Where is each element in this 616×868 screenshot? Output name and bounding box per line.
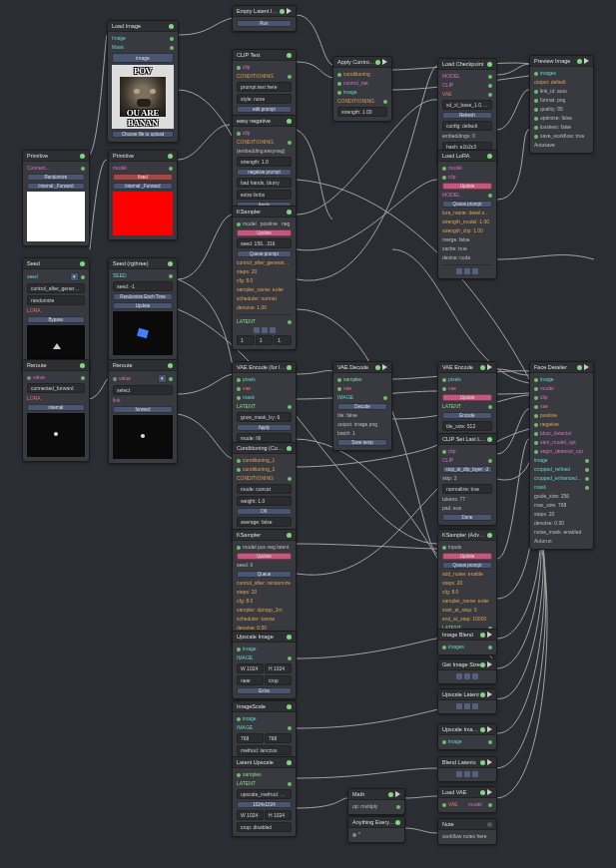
node-header[interactable]: Seed (rgthree) <box>109 258 177 269</box>
node-header[interactable]: Image Blend <box>438 630 496 641</box>
status-dot <box>169 24 174 29</box>
node-apply-controlnet[interactable]: Apply ControlNet conditioning control_ne… <box>332 56 392 122</box>
node-header[interactable]: Reroute <box>109 360 177 371</box>
node-header[interactable]: Blend Latents <box>438 757 496 768</box>
node-primitive-1[interactable]: Primitive Connect... Randomize Internal … <box>22 150 90 246</box>
node-anything[interactable]: Anything Everywhere * <box>347 816 405 843</box>
node-header[interactable]: Conditioning (Combine) <box>233 443 296 454</box>
node-header[interactable]: KSampler <box>233 530 296 541</box>
node-ksampler-2[interactable]: KSampler model pos neg latent Update see… <box>232 529 297 646</box>
node-header[interactable]: Reroute <box>23 360 89 371</box>
node-sblend[interactable]: Blend Latents <box>437 756 497 782</box>
node-load-image[interactable]: Load Image Image Mask image POV OU ARE B… <box>107 20 179 143</box>
node-seed-1[interactable]: Seed seed▾ control_after_generate random… <box>22 257 90 374</box>
node-face-detailer[interactable]: Face Detailer image model clip vae posit… <box>529 361 594 550</box>
node-seed-2[interactable]: Seed (rgthree) SEED seed: -1 Randomize E… <box>108 257 178 360</box>
field-text[interactable]: prompt text here <box>237 82 292 92</box>
node-header[interactable]: CLIP Set Last Layer <box>438 434 496 445</box>
preview-red <box>113 192 173 235</box>
node-header[interactable]: Note <box>438 819 496 830</box>
node-lora[interactable]: Load LoRA model clip Update MODEL Queue … <box>437 150 497 279</box>
node-vae-encode-inpaint[interactable]: VAE Encode (for Inpaint) pixels vae mask… <box>232 361 297 448</box>
node-header[interactable]: Upscale Image <box>233 632 296 643</box>
node-img-scale[interactable]: ImageScale image IMAGE 768768 method: la… <box>232 700 297 760</box>
node-header[interactable]: Load VAE <box>438 787 496 798</box>
node-header[interactable]: Apply ControlNet <box>333 57 391 68</box>
node-header[interactable]: Latent Upscale <box>233 757 296 768</box>
node-header[interactable]: Math <box>348 789 404 800</box>
node-header[interactable]: Face Detailer <box>530 362 593 373</box>
node-header[interactable]: VAE Encode (for Inpaint) <box>233 362 296 373</box>
node-cond-combine[interactable]: Conditioning (Combine) conditioning_1 co… <box>232 442 297 541</box>
node-header[interactable]: easy negative <box>233 116 296 127</box>
btn-image[interactable]: image <box>112 53 174 63</box>
node-empty-latent[interactable]: Empty Latent Image Run <box>232 5 297 32</box>
node-clip-set[interactable]: CLIP Set Last Layer clip CLIP stop_at_cl… <box>437 433 497 526</box>
node-header[interactable]: Load Image <box>108 21 178 32</box>
node-latent-upscale[interactable]: Latent Upscale samples LATENT upscale_me… <box>232 756 297 837</box>
btn-update[interactable]: Update <box>237 229 292 236</box>
node-vae-decode-1[interactable]: VAE Decode samples vae IMAGE Decode tile… <box>332 361 392 451</box>
node-scale2[interactable]: Upscale Latent <box>437 688 497 714</box>
node-header[interactable]: KSampler (Advanced) <box>438 530 496 541</box>
btn-fixed[interactable]: fixed <box>113 174 173 181</box>
node-ksampler-1[interactable]: KSampler model positive neg Update seed:… <box>232 206 297 350</box>
field-seed[interactable]: seed: -1 <box>113 281 173 291</box>
node-reroute-1[interactable]: Reroute value connected_forward LORA int… <box>22 359 90 462</box>
node-header[interactable]: VAE Decode <box>333 362 391 373</box>
node-primitive-2[interactable]: Primitive model fixed Internal _Forward <box>108 150 178 240</box>
node-ksampler-adv[interactable]: KSampler (Advanced) inputs Update Queue … <box>437 529 497 637</box>
node-vae-load[interactable]: Load VAE VAEmodel <box>437 786 497 813</box>
node-header[interactable]: Empty Latent Image <box>233 6 296 17</box>
node-header[interactable]: Load LoRA <box>438 151 496 162</box>
btn-queue[interactable]: Queue prompt <box>237 250 292 257</box>
node-header[interactable]: Load Checkpoint <box>438 59 496 70</box>
btn-choose-file[interactable]: Choose file to upload <box>112 131 174 138</box>
preview <box>27 413 85 457</box>
node-header[interactable]: CLIP Text <box>233 50 296 61</box>
node-header[interactable]: Upscale Image (using Model) <box>438 724 496 735</box>
run-icon[interactable] <box>287 8 292 14</box>
node-clip-text[interactable]: CLIP Text clip CONDITIONING prompt text … <box>232 49 297 118</box>
node-reroute-2[interactable]: Reroute value▾ select link forward <box>108 359 178 464</box>
preview <box>113 311 173 355</box>
node-math[interactable]: Math op: multiply <box>347 788 405 815</box>
preview <box>113 415 173 459</box>
node-note[interactable]: Note workflow notes here <box>437 818 497 845</box>
node-header[interactable]: VAE Encode <box>438 362 496 373</box>
field[interactable]: connected_forward <box>27 383 85 393</box>
node-header[interactable]: Preview Image <box>530 56 593 67</box>
node-preview-image[interactable]: Preview Image images output: default lin… <box>529 55 594 154</box>
field-cag[interactable]: control_after_generate <box>27 283 85 293</box>
node-header[interactable]: Primitive <box>23 151 89 162</box>
node-blend[interactable]: Image Blend images <box>437 629 497 655</box>
node-upscale-model[interactable]: Upscale Image (using Model) image <box>437 723 497 750</box>
node-header[interactable]: Get Image Size <box>438 659 496 670</box>
btn-randomize[interactable]: Randomize <box>27 174 85 181</box>
node-header[interactable]: Anything Everywhere <box>348 817 404 828</box>
node-upscale-img[interactable]: Upscale Image image IMAGE W 1024H 1024 n… <box>232 631 297 699</box>
node-img2img[interactable]: VAE Encode pixels vae Update LATENT Enco… <box>437 361 497 436</box>
field-rand[interactable]: randomize <box>27 295 85 305</box>
node-easy-neg[interactable]: easy negative clip CONDITIONING (embeddi… <box>232 115 297 214</box>
node-get-size[interactable]: Get Image Size <box>437 658 497 684</box>
node-header[interactable]: Upscale Latent <box>438 689 496 700</box>
node-header[interactable]: Primitive <box>109 151 177 162</box>
node-header[interactable]: KSampler <box>233 207 296 217</box>
node-header[interactable]: ImageScale <box>233 701 296 712</box>
image-preview: POV OU ARE BANAN <box>112 65 174 129</box>
btn-fwd[interactable]: Internal _Forward <box>113 183 173 190</box>
node-header[interactable]: Seed <box>23 258 89 269</box>
preview-white <box>27 192 85 241</box>
btn-fwd[interactable]: Internal _Forward <box>27 183 85 190</box>
